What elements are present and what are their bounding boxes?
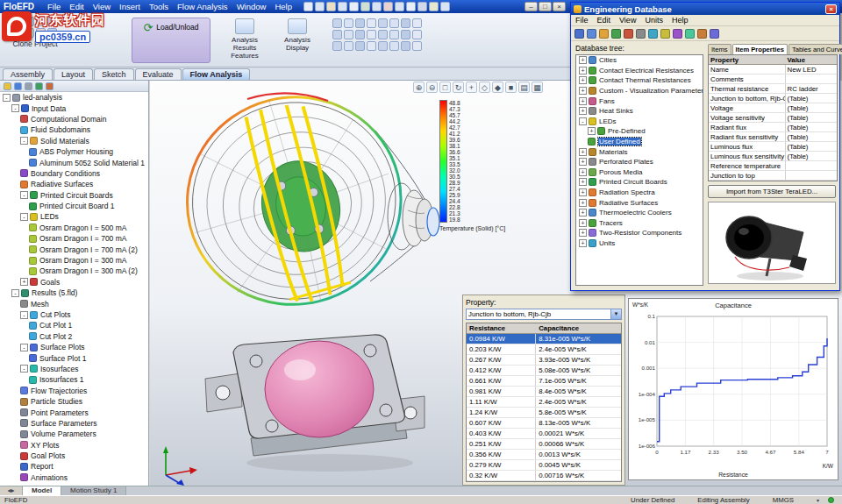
grid-row[interactable]: Junction to bottom, Rjb-Cjb(Table)	[709, 94, 837, 103]
flow-analysis-tool-icon[interactable]	[367, 30, 376, 39]
tree-expander-icon[interactable]: +	[579, 67, 587, 75]
tree-expander-icon[interactable]: -	[11, 104, 19, 112]
project-tool-icon[interactable]	[13, 17, 23, 26]
tree-expander-icon[interactable]: +	[579, 97, 587, 105]
menu-edit[interactable]: Edit	[65, 2, 88, 11]
tree-expander-icon[interactable]: +	[579, 229, 587, 237]
tree-item-isosurfaces-1[interactable]: Isosurfaces 1	[0, 374, 148, 385]
tree-expander-icon[interactable]: +	[579, 188, 587, 196]
tree-item-mesh[interactable]: Mesh	[0, 298, 148, 309]
tree-item-fans[interactable]: +Fans	[576, 96, 703, 106]
tree-item-contact-electrical-resistances[interactable]: +Contact Electrical Resistances	[576, 66, 703, 76]
grid-row[interactable]: Voltage(Table)	[709, 103, 837, 113]
tree-item-surface-plot-1[interactable]: Surface Plot 1	[0, 352, 148, 363]
tree-item-printed-circuit-boards[interactable]: +Printed Circuit Boards	[576, 177, 703, 188]
tree-expander-icon[interactable]: -	[3, 94, 11, 102]
flow-analysis-tool-icon[interactable]	[332, 30, 342, 39]
tree-item-contact-thermal-resistances[interactable]: +Contact Thermal Resistances	[576, 75, 703, 86]
flow-analysis-tool-icon[interactable]	[401, 30, 410, 39]
menu-insert[interactable]: Insert	[115, 2, 145, 11]
tree-item-surface-plots[interactable]: -Surface Plots	[0, 342, 148, 352]
tree-expander-icon[interactable]: -	[11, 289, 19, 297]
flow-analysis-tool-icon[interactable]	[332, 18, 342, 28]
flow-analysis-tool-icon[interactable]	[389, 41, 399, 51]
close-button[interactable]: ×	[553, 2, 566, 11]
tree-item-animations[interactable]: Animations	[0, 472, 148, 483]
status-mmgs[interactable]: MMGS	[773, 496, 794, 504]
tree-expander-icon[interactable]: +	[579, 87, 587, 95]
tree-expander-icon[interactable]: +	[579, 219, 587, 227]
flow-analysis-tool-icon[interactable]	[332, 41, 342, 51]
tab-scroll-arrows[interactable]: ◂▸	[0, 486, 23, 495]
analysis-display-button[interactable]: Analysis Display	[274, 18, 321, 52]
tab-flow-analysis[interactable]: Flow Analysis	[182, 68, 251, 80]
tree-item-radiative-surfaces[interactable]: +Radiative Surfaces	[576, 197, 703, 208]
flow-analysis-tool-icon[interactable]	[378, 41, 388, 51]
flow-analysis-tool-icon[interactable]	[355, 18, 365, 28]
engdb-tool-icon[interactable]	[710, 29, 719, 39]
tree-item-user-defined[interactable]: User Defined	[576, 137, 703, 147]
tree-expander-icon[interactable]: +	[579, 107, 587, 115]
tab-sketch[interactable]: Sketch	[94, 68, 134, 80]
titlebar-tool-icon[interactable]	[315, 2, 325, 11]
flow-analysis-tool-icon[interactable]	[367, 18, 376, 28]
tree-item-isosurfaces[interactable]: -Isosurfaces	[0, 364, 148, 374]
menu-view[interactable]: View	[89, 2, 115, 11]
tree-expander-icon[interactable]: -	[20, 213, 28, 221]
titlebar-tool-icon[interactable]	[417, 2, 427, 11]
engdb-tool-icon[interactable]	[648, 29, 658, 39]
tree-item-point-parameters[interactable]: Point Parameters	[0, 407, 148, 417]
wireframe-icon[interactable]: ◆	[492, 82, 503, 93]
tree-item-aluminum-5052-solid-material-1[interactable]: Aluminum 5052 Solid Material 1	[0, 157, 148, 167]
table-row[interactable]: 0.267 K/W3.93e-005 W*s/K	[467, 355, 621, 366]
engdb-tool-icon[interactable]	[636, 29, 646, 39]
titlebar-tool-icon[interactable]	[383, 2, 393, 11]
engdb-tool-icon[interactable]	[599, 29, 609, 39]
featuremanager-tab-icon[interactable]	[4, 82, 11, 90]
import-t3ster-button[interactable]: Import from T3Ster TeraLED...	[708, 185, 836, 198]
grid-row[interactable]: Luminous flux sensitivity(Table)	[709, 152, 837, 161]
tree-item-radiation-spectra[interactable]: +Radiation Spectra	[576, 188, 703, 198]
engdb-tab-tables-and-curves[interactable]: Tables and Curves	[788, 44, 842, 54]
flow-analysis-tool-icon[interactable]	[344, 41, 353, 51]
flow-analysis-tool-icon[interactable]	[378, 18, 388, 28]
tree-item-abs-polymer-housing[interactable]: ABS Polymer Housing	[0, 146, 148, 157]
table-row[interactable]: 1.11 K/W2.4e-005 W*s/K	[467, 397, 621, 408]
engdb-menu-view[interactable]: View	[615, 16, 640, 25]
configurationmanager-tab-icon[interactable]	[25, 82, 32, 90]
flow-analysis-tree-tab-icon[interactable]	[35, 82, 43, 90]
grid-row[interactable]: Luminous flux(Table)	[709, 142, 837, 152]
pan-icon[interactable]: +	[466, 82, 477, 93]
grid-row[interactable]: Comments	[709, 75, 837, 84]
engdb-tab-items[interactable]: Items	[708, 44, 731, 54]
flow-analysis-tool-icon[interactable]	[412, 30, 422, 39]
titlebar-tool-icon[interactable]	[360, 2, 370, 11]
propertymanager-tab-icon[interactable]	[14, 82, 22, 90]
tree-item-report[interactable]: Report	[0, 461, 148, 472]
engdb-menu-units[interactable]: Units	[640, 16, 667, 25]
tree-item-cut-plot-1[interactable]: Cut Plot 1	[0, 320, 148, 330]
tree-item-goals[interactable]: +Goals	[0, 277, 148, 287]
tree-item-units[interactable]: +Units	[576, 238, 703, 249]
tree-item-results-5-fld[interactable]: -Results (5.fld)	[0, 287, 148, 298]
grid-row[interactable]: Radiant flux(Table)	[709, 123, 837, 132]
flow-analysis-tool-icon[interactable]	[412, 41, 422, 51]
tree-expander-icon[interactable]: +	[579, 148, 587, 156]
flow-analysis-tool-icon[interactable]	[367, 41, 376, 51]
tree-item-perforated-plates[interactable]: +Perforated Plates	[576, 157, 703, 167]
tree-item-porous-media[interactable]: +Porous Media	[576, 167, 703, 178]
model-tab-motion-study-1[interactable]: Motion Study 1	[61, 486, 126, 495]
tree-item-printed-circuit-boards[interactable]: -Printed Circuit Boards	[0, 190, 148, 201]
engdb-titlebar[interactable]: Engineering Database ×	[571, 3, 839, 15]
flow-analysis-tool-icon[interactable]	[389, 30, 399, 39]
titlebar-tool-icon[interactable]	[372, 2, 382, 11]
menu-window[interactable]: Window	[232, 2, 271, 11]
zoom-to-area-icon[interactable]: ⊖	[426, 82, 438, 93]
tree-item-radiative-surfaces[interactable]: Radiative Surfaces	[0, 179, 148, 189]
tree-item-pre-defined[interactable]: +Pre-Defined	[576, 126, 703, 137]
tree-expander-icon[interactable]: +	[579, 239, 587, 247]
grid-row[interactable]: Thermal resistanceRC ladder	[709, 84, 837, 94]
zoom-to-fit-icon[interactable]: ⊕	[413, 82, 425, 93]
engdb-menu-file[interactable]: File	[571, 16, 593, 25]
tree-item-tracers[interactable]: +Tracers	[576, 218, 703, 229]
